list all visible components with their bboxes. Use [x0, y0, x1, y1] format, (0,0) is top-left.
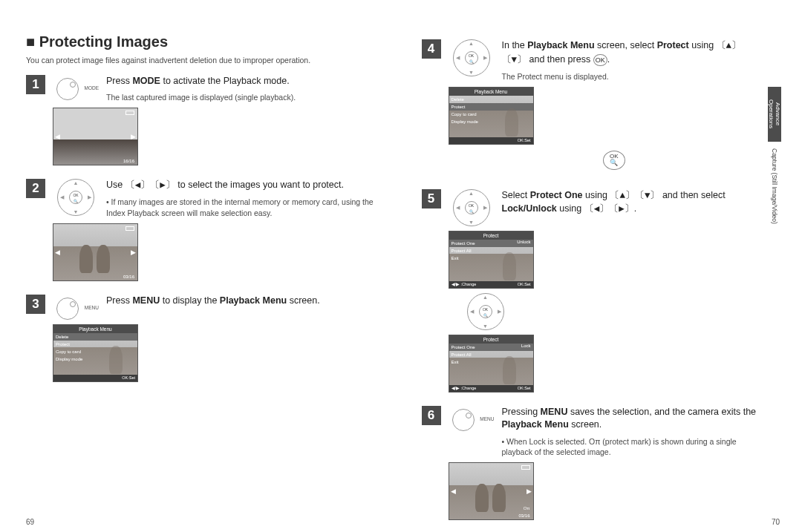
step-note: The Protect menu is displayed. [502, 71, 766, 82]
step-instruction: Use 〔◀〕〔▶〕 to select the images you want… [106, 179, 385, 193]
page-left: Protecting Images You can protect image … [26, 33, 385, 532]
page-number-right: 70 [772, 518, 780, 526]
step-instruction: Select Protect One using 〔▲〕〔▼〕 and then… [502, 189, 766, 217]
step-number: 5 [422, 189, 441, 208]
menu-button-illustration: MENU [53, 295, 99, 320]
page-right: Advance Operations Capture (Still Image/… [422, 33, 780, 532]
page-number-left: 69 [26, 518, 34, 526]
side-tab: Advance Operations [768, 87, 781, 142]
step-number: 3 [26, 295, 45, 314]
step-note: When Lock is selected. Oπ (protect mark)… [502, 436, 766, 458]
lcd-preview-playback: ◀▶ 03/16 [53, 223, 138, 281]
step-1: 1 MODE Press MODE to activate the Playba… [26, 75, 385, 165]
step-note: If many images are stored in the interna… [106, 197, 385, 218]
step-instruction: Press MODE to activate the Playback mode… [106, 75, 385, 88]
step-3: 3 MENU Press MENU to display the Playbac… [26, 295, 385, 382]
lcd-protect-menu-unlock: Protect Protect One Unlock Protect All E… [449, 231, 534, 289]
step-2: 2 ▲▼ ◀▶ OK🔍 Use 〔◀〕〔▶〕 to select the ima… [26, 179, 385, 281]
lcd-playback-menu-protect: Playback Menu Delete Protect Copy to car… [449, 87, 534, 145]
menu-button-icon [452, 409, 475, 431]
intro-text: You can protect image files against inad… [26, 55, 385, 66]
step-6: 6 MENU Pressing MENU saves the selection… [422, 406, 780, 520]
step-instruction: Press MENU to display the Playback Menu … [106, 295, 385, 308]
menu-button-illustration: MENU [449, 406, 495, 431]
step-4: 4 ▲▼ ◀▶ OK🔍 In the Playback Menu screen,… [422, 39, 780, 176]
page-title: Protecting Images [26, 33, 385, 50]
directional-pad-illustration: ▲▼ ◀▶ OK🔍 [449, 39, 495, 76]
step-5: 5 ▲▼ ◀▶ OK🔍 Select Protect One using 〔▲〕… [422, 189, 780, 393]
lcd-playback-menu: Playback Menu Delete Protect Copy to car… [53, 324, 138, 382]
directional-pad-illustration-2: ▲▼ ◀▶ OK🔍 [449, 293, 495, 330]
lcd-protected-image: ◀▶ Oπ 03/16 [449, 462, 534, 520]
mode-button-icon [56, 78, 79, 100]
ok-button-illustration: OK🔍 [603, 151, 625, 170]
mode-button-illustration: MODE [53, 75, 99, 100]
step-number: 4 [422, 39, 441, 59]
step-number: 1 [26, 75, 45, 94]
directional-pad-illustration: ▲▼ ◀▶ OK🔍 [53, 179, 99, 216]
lcd-protect-menu-lock: Protect Protect One Lock Protect All Exi… [449, 335, 534, 393]
lcd-preview-landscape: ◀▶ 16/16 [53, 108, 138, 165]
step-number: 6 [422, 406, 441, 425]
step-instruction: In the Playback Menu screen, select Prot… [502, 39, 766, 67]
protect-mark-icon: Oπ [589, 437, 600, 446]
side-section-label: Capture (Still Image/Video) [771, 148, 778, 224]
step-instruction: Pressing MENU saves the selection, and t… [502, 406, 766, 432]
step-number: 2 [26, 179, 45, 198]
menu-button-icon [56, 298, 79, 320]
protect-mark-icon: Oπ [524, 506, 530, 510]
directional-pad-illustration: ▲▼ ◀▶ OK🔍 [449, 189, 495, 226]
step-note: The last captured image is displayed (si… [106, 92, 385, 103]
ok-button-inline-icon: OK [593, 54, 607, 67]
